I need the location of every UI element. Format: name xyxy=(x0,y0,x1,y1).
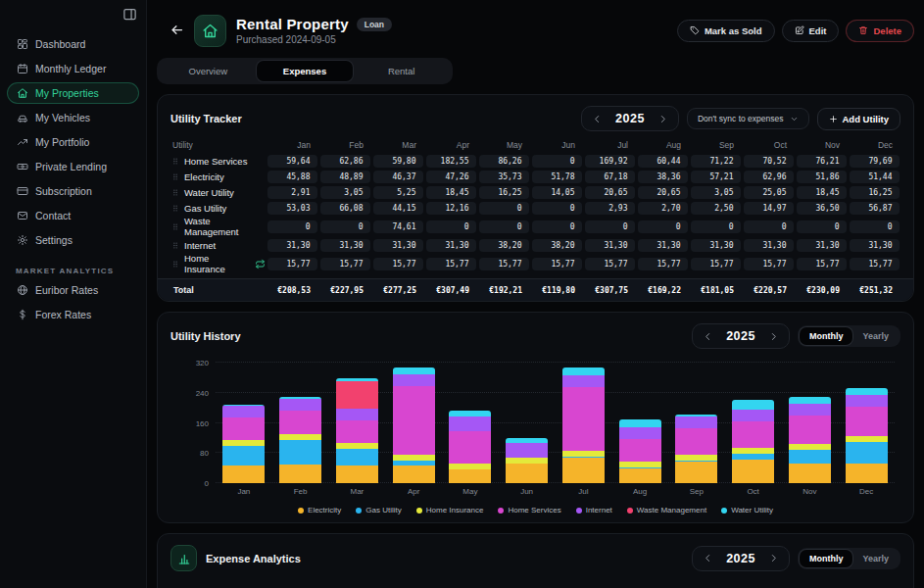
monthly-toggle[interactable]: Monthly xyxy=(800,550,853,567)
sidebar-item-my-vehicles[interactable]: My Vehicles xyxy=(7,107,139,128)
utility-cell[interactable]: 15,77 xyxy=(585,258,635,270)
utility-cell[interactable]: 0 xyxy=(479,202,529,215)
utility-cell[interactable]: 15,77 xyxy=(532,258,582,270)
utility-cell[interactable]: 2,93 xyxy=(585,202,635,215)
utility-cell[interactable]: 38,36 xyxy=(638,171,688,183)
utility-cell[interactable]: 0 xyxy=(479,220,529,233)
utility-cell[interactable]: 182,55 xyxy=(426,155,476,168)
chevron-left-icon[interactable] xyxy=(703,331,713,342)
chevron-right-icon[interactable] xyxy=(657,114,668,124)
utility-cell[interactable]: 86,26 xyxy=(479,155,529,168)
utility-cell[interactable]: 2,50 xyxy=(691,202,741,215)
utility-cell[interactable]: 0 xyxy=(267,220,317,233)
utility-cell[interactable]: 0 xyxy=(532,202,582,215)
drag-handle-icon[interactable] xyxy=(171,221,179,232)
utility-cell[interactable]: 45,88 xyxy=(267,171,317,183)
utility-cell[interactable]: 51,44 xyxy=(850,171,900,183)
utility-cell[interactable]: 70,52 xyxy=(744,155,794,168)
utility-cell[interactable]: 31,30 xyxy=(744,239,794,252)
drag-handle-icon[interactable] xyxy=(171,156,179,167)
sidebar-item-forex-rates[interactable]: Forex Rates xyxy=(7,304,139,325)
utility-cell[interactable]: 2,91 xyxy=(267,186,317,199)
chevron-left-icon[interactable] xyxy=(703,553,713,564)
monthly-toggle[interactable]: Monthly xyxy=(800,327,853,345)
utility-cell[interactable]: 71,22 xyxy=(691,155,741,168)
utility-cell[interactable]: 0 xyxy=(585,220,635,233)
utility-cell[interactable]: 46,37 xyxy=(373,171,423,183)
utility-cell[interactable]: 20,65 xyxy=(638,186,688,199)
sidebar-item-euribor-rates[interactable]: Euribor Rates xyxy=(7,279,139,301)
utility-cell[interactable]: 60,44 xyxy=(638,155,688,168)
tab-rental[interactable]: Rental xyxy=(353,61,450,81)
sidebar-item-settings[interactable]: Settings xyxy=(7,229,139,251)
utility-cell[interactable]: 59,80 xyxy=(373,155,423,168)
drag-handle-icon[interactable] xyxy=(171,240,179,251)
utility-cell[interactable]: 15,77 xyxy=(850,258,900,270)
sidebar-item-my-properties[interactable]: My Properties xyxy=(7,82,139,104)
back-button[interactable] xyxy=(169,23,184,38)
utility-cell[interactable]: 25,05 xyxy=(744,186,794,199)
mark-as-sold-button[interactable]: Mark as Sold xyxy=(677,20,775,42)
yearly-toggle[interactable]: Yearly xyxy=(852,550,899,567)
utility-cell[interactable]: 15,77 xyxy=(691,258,741,270)
utility-cell[interactable]: 0 xyxy=(797,220,847,233)
utility-cell[interactable]: 14,05 xyxy=(532,186,582,199)
utility-cell[interactable]: 31,30 xyxy=(797,239,847,252)
chevron-left-icon[interactable] xyxy=(592,114,603,124)
sidebar-item-private-lending[interactable]: Private Lending xyxy=(7,156,139,177)
utility-cell[interactable]: 15,77 xyxy=(797,258,847,270)
utility-cell[interactable]: 36,50 xyxy=(797,202,847,215)
utility-cell[interactable]: 31,30 xyxy=(850,239,900,252)
add-utility-button[interactable]: Add Utility xyxy=(817,108,901,130)
utility-cell[interactable]: 16,25 xyxy=(479,186,529,199)
sidebar-item-dashboard[interactable]: Dashboard xyxy=(7,33,139,55)
sync-to-expenses-dropdown[interactable]: Don't sync to expenses xyxy=(687,108,809,129)
utility-cell[interactable]: 31,30 xyxy=(585,239,635,252)
chevron-right-icon[interactable] xyxy=(768,331,779,342)
sidebar-collapse-icon[interactable] xyxy=(122,7,137,22)
drag-handle-icon[interactable] xyxy=(171,187,179,198)
utility-cell[interactable]: 76,21 xyxy=(797,155,847,168)
utility-cell[interactable]: 2,70 xyxy=(638,202,688,215)
utility-cell[interactable]: 15,77 xyxy=(373,258,423,270)
utility-cell[interactable]: 0 xyxy=(532,220,582,233)
utility-cell[interactable]: 15,77 xyxy=(479,258,529,270)
utility-cell[interactable]: 15,77 xyxy=(638,258,688,270)
utility-cell[interactable]: 35,73 xyxy=(479,171,529,183)
utility-cell[interactable]: 62,86 xyxy=(320,155,370,168)
utility-cell[interactable]: 15,77 xyxy=(320,258,370,270)
sidebar-item-subscription[interactable]: Subscription xyxy=(7,180,139,202)
yearly-toggle[interactable]: Yearly xyxy=(852,327,899,345)
utility-cell[interactable]: 31,30 xyxy=(320,239,370,252)
utility-cell[interactable]: 62,96 xyxy=(744,171,794,183)
utility-cell[interactable]: 0 xyxy=(426,220,476,233)
tab-overview[interactable]: Overview xyxy=(160,61,257,81)
utility-cell[interactable]: 169,92 xyxy=(585,155,635,168)
edit-button[interactable]: Edit xyxy=(782,20,840,42)
utility-cell[interactable]: 38,20 xyxy=(532,239,582,252)
utility-cell[interactable]: 31,30 xyxy=(426,239,476,252)
utility-cell[interactable]: 48,89 xyxy=(320,171,370,183)
utility-cell[interactable]: 74,61 xyxy=(373,220,423,233)
utility-cell[interactable]: 67,18 xyxy=(585,171,635,183)
utility-cell[interactable]: 79,69 xyxy=(850,155,900,168)
tab-expenses[interactable]: Expenses xyxy=(257,61,354,81)
utility-cell[interactable]: 20,65 xyxy=(585,186,635,199)
sidebar-item-my-portfolio[interactable]: My Portfolio xyxy=(7,131,139,153)
utility-cell[interactable]: 15,77 xyxy=(426,258,476,270)
utility-cell[interactable]: 0 xyxy=(744,220,794,233)
utility-cell[interactable]: 31,30 xyxy=(267,239,317,252)
utility-cell[interactable]: 0 xyxy=(532,155,582,168)
utility-cell[interactable]: 31,30 xyxy=(691,239,741,252)
utility-cell[interactable]: 16,25 xyxy=(850,186,900,199)
utility-cell[interactable]: 31,30 xyxy=(638,239,688,252)
utility-cell[interactable]: 31,30 xyxy=(373,239,423,252)
drag-handle-icon[interactable] xyxy=(171,203,179,214)
sidebar-item-monthly-ledger[interactable]: Monthly Ledger xyxy=(7,58,139,79)
utility-cell[interactable]: 47,26 xyxy=(426,171,476,183)
utility-cell[interactable]: 51,86 xyxy=(797,171,847,183)
utility-cell[interactable]: 5,25 xyxy=(373,186,423,199)
utility-cell[interactable]: 66,08 xyxy=(320,202,370,215)
utility-cell[interactable]: 0 xyxy=(850,220,900,233)
utility-cell[interactable]: 44,15 xyxy=(373,202,423,215)
